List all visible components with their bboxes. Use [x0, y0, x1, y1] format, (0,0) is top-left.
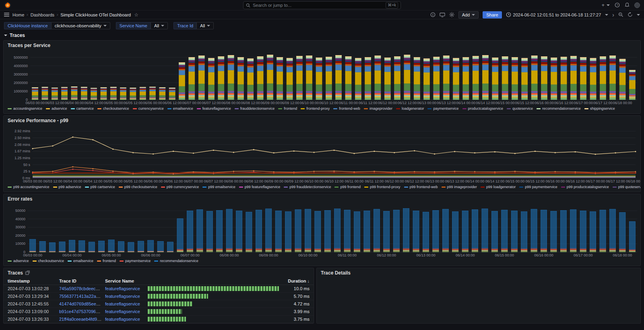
add-new-icon[interactable]: + [601, 2, 610, 8]
trace-id-link[interactable]: b91ce47d753709695f1d... [59, 309, 105, 314]
legend-item[interactable]: p99 frontend-web [404, 185, 438, 189]
legend-item[interactable]: cartservice [71, 107, 94, 111]
legend-item[interactable]: p99 productcatalogservice [561, 185, 609, 189]
legend-item[interactable]: p99 currencyservice [161, 185, 199, 189]
legend-item[interactable]: frontend-proxy [301, 107, 330, 111]
breadcrumb-current-dashboard[interactable]: Simple ClickHouse OTel Dashboard [60, 12, 131, 17]
legend-item[interactable]: paymentservice [427, 107, 458, 111]
service-name-dropdown[interactable]: All [151, 22, 168, 29]
svg-text:06/17 00:00: 06/17 00:00 [574, 253, 593, 257]
legend-item[interactable]: paymentservice [120, 259, 151, 263]
legend-item[interactable]: accountingservice [8, 107, 42, 111]
legend-item[interactable]: emailservice [68, 259, 93, 263]
dashboard-insights-icon[interactable] [430, 12, 436, 17]
legend-item[interactable]: frontend-web [333, 107, 360, 111]
service-name-link[interactable]: featureflagservice [105, 309, 140, 314]
error-rates-chart[interactable]: 0100002000030000400005000006/03 00:0006/… [4, 203, 640, 258]
legend-item[interactable]: p99 emailservice [202, 185, 235, 189]
dashboard-settings-gear-icon[interactable] [449, 12, 454, 17]
legend-item[interactable]: productcatalogservice [462, 107, 504, 111]
table-row[interactable]: 2024-07-03 13:09:00b91ce47d753709695f1d.… [4, 308, 314, 316]
service-name-link[interactable]: featureflagservice [105, 294, 140, 299]
trace-id-link[interactable]: 745a59078cbdeec39b7... [59, 286, 105, 291]
time-forward-icon[interactable]: › [612, 12, 614, 18]
legend-item[interactable]: frontend [97, 259, 116, 263]
add-button[interactable]: Add [458, 11, 479, 18]
service-name-link[interactable]: featureflagservice [105, 301, 140, 306]
traces-section-toggle[interactable]: Traces [0, 31, 644, 40]
legend-marker [284, 187, 288, 188]
trace-id-link[interactable]: 75563771413a22a54618... [59, 294, 105, 299]
menu-hamburger-icon[interactable] [4, 12, 9, 17]
legend-item[interactable]: p99 loadgenerator [481, 185, 516, 189]
help-icon[interactable]: ? [615, 2, 620, 8]
refresh-interval-caret[interactable] [637, 14, 640, 16]
legend-item[interactable]: quoteservice [507, 107, 533, 111]
legend-item[interactable]: frontend [278, 107, 297, 111]
user-avatar[interactable] [634, 2, 640, 8]
refresh-icon[interactable] [627, 12, 633, 17]
panel-header[interactable]: Traces per Service [4, 41, 640, 50]
trace-id-link[interactable]: 21ff4a0ceeaeb4fd90af0... [59, 317, 105, 322]
column-header-timestamp[interactable]: timestamp [8, 279, 59, 283]
breadcrumb-dashboards[interactable]: Dashboards [31, 12, 54, 17]
legend-item[interactable]: p99 featureflagservice [239, 185, 281, 189]
legend-item[interactable]: p99 frontend-proxy [364, 185, 400, 189]
panel-header[interactable]: Service Performance - p99 [4, 116, 640, 125]
search-bar[interactable]: Search or jump to... ⌘+k [243, 1, 401, 9]
grafana-logo[interactable] [4, 2, 11, 9]
service-name-link[interactable]: featureflagservice [105, 286, 140, 291]
clickhouse-instance-dropdown[interactable]: clickhouse-observability [51, 22, 110, 29]
svg-text:06/06 00:00: 06/06 00:00 [141, 253, 160, 257]
legend-item[interactable]: p99 paymentservice [519, 185, 557, 189]
legend-item[interactable]: loadgenerator [396, 107, 424, 111]
legend-item[interactable]: shippingservice [584, 107, 615, 111]
legend-item[interactable]: checkoutservice [33, 259, 64, 263]
legend-item[interactable]: imageprovider [364, 107, 392, 111]
breadcrumb-home[interactable]: Home [12, 12, 24, 17]
trace-id-dropdown[interactable]: All [196, 22, 214, 29]
legend-item[interactable]: adservice [8, 259, 29, 263]
legend-item[interactable]: frauddetectionservice [235, 107, 275, 111]
column-header-Duration[interactable]: Duration ↓ [285, 279, 310, 283]
time-range-picker[interactable]: 2024-06-02 12:01:51 to 2024-06-18 11:27:… [506, 12, 609, 17]
table-row[interactable]: 2024-07-03 13:29:3475563771413a22a54618.… [4, 293, 314, 300]
dashboard-variables-row: ClickHouse instance clickhouse-observabi… [0, 19, 644, 31]
legend-item[interactable]: recommendationservice [154, 259, 198, 263]
panel-header[interactable]: Traces [4, 268, 314, 277]
legend-item[interactable]: p99 quoteservice [613, 185, 640, 189]
table-row[interactable]: 2024-07-03 12:45:5541474d0769d85ee2828..… [4, 300, 314, 308]
legend-item[interactable]: p99 frontend [334, 185, 361, 189]
panel-header[interactable]: Error rates [4, 194, 640, 203]
trace-id-link[interactable]: 41474d0769d85ee2828... [59, 301, 105, 306]
legend-item[interactable]: p99 checkoutservice [119, 185, 157, 189]
legend-item[interactable]: p99 frauddetectionservice [284, 185, 331, 189]
legend-item[interactable]: recommendationservice [537, 107, 581, 111]
column-header-Trace ID[interactable]: Trace ID [59, 279, 105, 283]
legend-item[interactable]: p99 adservice [53, 185, 81, 189]
duration-lcd-gauge [148, 309, 182, 314]
panel-header[interactable]: Trace Details [317, 268, 640, 277]
panel-links-icon[interactable] [25, 271, 30, 275]
legend-item[interactable]: adservice [46, 107, 67, 111]
table-row[interactable]: 2024-07-03 13:26:3321ff4a0ceeaeb4fd90af0… [4, 316, 314, 323]
column-header-Service Name[interactable]: Service Name [105, 279, 148, 283]
legend-item[interactable]: currencyservice [133, 107, 164, 111]
service-name-link[interactable]: featureflagservice [105, 317, 140, 322]
legend-item[interactable]: featureflagservice [197, 107, 231, 111]
share-button[interactable]: Share [483, 11, 502, 18]
svg-text:06/08 00:00: 06/08 00:00 [221, 101, 241, 105]
service-performance-chart[interactable]: 0 ms25 s50 s1.25 mins1.67 mins2.08 mins2… [4, 125, 640, 184]
legend-item[interactable]: checkoutservice [97, 107, 129, 111]
legend-item[interactable]: emailservice [167, 107, 193, 111]
legend-item[interactable]: p99 cartservice [85, 185, 115, 189]
legend-item[interactable]: p99 accountingservice [8, 185, 50, 189]
zoom-out-icon[interactable] [618, 12, 623, 17]
legend-label: p99 adservice [59, 185, 81, 189]
traces-per-service-chart[interactable]: 01000000200000030000004000000500000006/0… [4, 50, 640, 105]
legend-item[interactable]: p99 imageprovider [442, 185, 477, 189]
favorite-star-icon[interactable]: ☆ [134, 12, 138, 18]
tv-mode-icon[interactable] [440, 12, 445, 17]
table-row[interactable]: 2024-07-03 13:02:28745a59078cbdeec39b7..… [4, 285, 314, 293]
notifications-bell-icon[interactable] [625, 2, 630, 8]
